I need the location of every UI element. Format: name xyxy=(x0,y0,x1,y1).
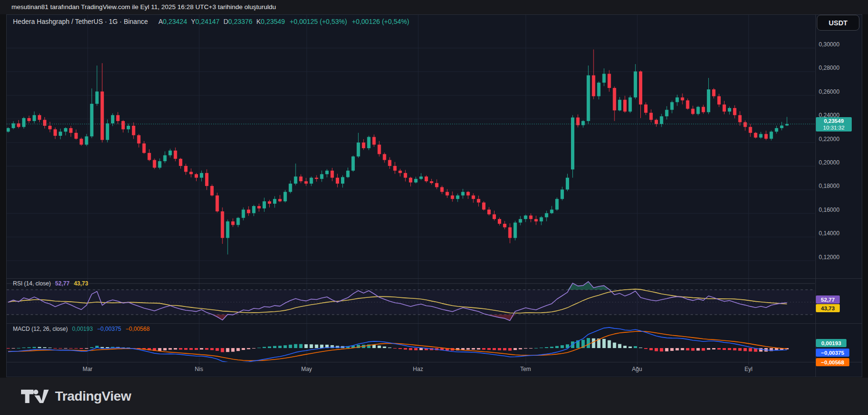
last-price-value: 0,23549 xyxy=(824,118,844,124)
macd-legend: MACD (12, 26, close)0,00193−0,00375−0,00… xyxy=(13,326,150,332)
symbol-title: Hedera Hashgraph / TetherUS · 1G · Binan… xyxy=(13,18,148,25)
time-axis-month-label: Ağu xyxy=(632,366,642,372)
change-value: +0,00125 (+0,53%) xyxy=(290,18,347,25)
page: mesutinan81 tarafından TradingView.com i… xyxy=(0,0,868,415)
rsi-title: RSI (14, close) xyxy=(13,280,51,287)
bar-countdown: 10:31:32 xyxy=(823,124,845,131)
macd-hist-value: 0,00193 xyxy=(72,326,93,332)
chart-canvas[interactable] xyxy=(0,0,868,415)
ohlc-value: 0,24147 xyxy=(196,18,220,25)
price-axis-label: 0,14000 xyxy=(819,230,839,237)
macd-line-badge: −0,00375 xyxy=(816,349,849,357)
ohlc-label: D xyxy=(223,18,228,25)
ohlc-label: K xyxy=(256,18,261,25)
time-axis[interactable]: MarNisMayHazTemAğuEyl xyxy=(6,362,815,377)
chart-legend: Hedera Hashgraph / TetherUS · 1G · Binan… xyxy=(13,18,409,25)
macd-signal-badge: −0,00568 xyxy=(816,358,849,366)
macd-line-value: −0,00375 xyxy=(97,326,121,332)
macd-hist-badge: 0,00193 xyxy=(816,339,846,347)
macd-title: MACD (12, 26, close) xyxy=(13,326,68,332)
time-axis-month-label: Haz xyxy=(413,366,423,372)
ohlc-value: 0,23376 xyxy=(228,18,253,25)
time-axis-month-label: Nis xyxy=(195,366,203,372)
ohlc-value: 0,23549 xyxy=(261,18,285,25)
rsi-ma-value: 43,73 xyxy=(74,280,88,287)
time-axis-month-label: May xyxy=(301,366,312,372)
rsi-value: 52,77 xyxy=(55,280,69,287)
time-axis-month-label: Eyl xyxy=(745,366,753,372)
rsi-legend: RSI (14, close)52,7743,73 xyxy=(13,280,88,287)
ohlc-value: 0,23424 xyxy=(163,18,187,25)
price-axis-label: 0,16000 xyxy=(819,207,839,213)
ohlc-values: A0,23424Y0,24147D0,23376K0,23549 xyxy=(154,18,285,25)
price-axis-label: 0,30000 xyxy=(819,41,839,48)
time-axis-month-label: Tem xyxy=(520,366,531,372)
ohlc-label: A xyxy=(158,18,163,25)
price-axis-label: 0,26000 xyxy=(819,88,839,95)
price-axis-label: 0,20000 xyxy=(819,159,839,166)
macd-signal-value: −0,00568 xyxy=(125,326,149,332)
rsi-ma-value-badge: 43,73 xyxy=(816,304,840,312)
change-from-open-value: +0,00126 (+0,54%) xyxy=(352,18,409,25)
last-price-badge: 0,23549 10:31:32 xyxy=(816,117,852,131)
ohlc-label: Y xyxy=(191,18,195,25)
price-axis-label: 0,28000 xyxy=(819,65,839,71)
price-axis-label: 0,18000 xyxy=(819,183,839,189)
rsi-value-badge: 52,77 xyxy=(816,295,840,304)
time-axis-month-label: Mar xyxy=(83,366,93,372)
price-axis-label: 0,22000 xyxy=(819,136,839,142)
price-axis-label: 0,12000 xyxy=(819,254,839,261)
